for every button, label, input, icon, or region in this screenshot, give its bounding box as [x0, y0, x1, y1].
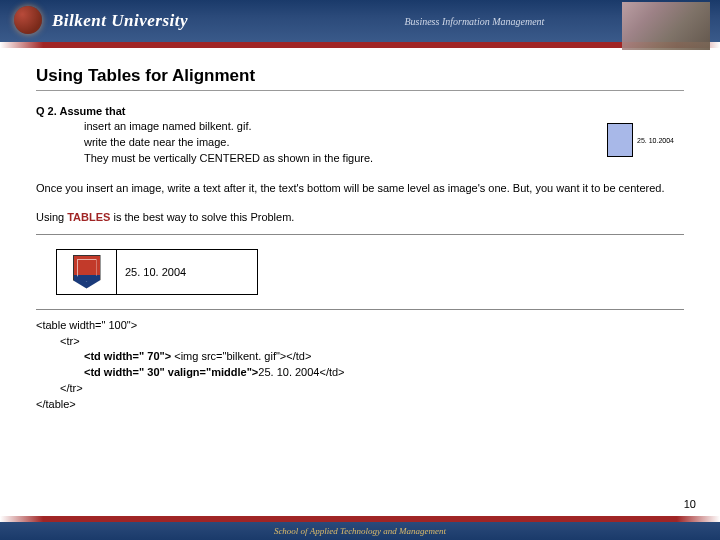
- code-block: <table width=" 100"> <tr> <td width=" 70…: [36, 318, 684, 414]
- code-line: <td width=" 70"> <img src="bilkent. gif"…: [36, 349, 684, 365]
- slide-footer: School of Applied Technology and Managem…: [0, 516, 720, 540]
- advice-pre: Using: [36, 211, 67, 223]
- example-table: 25. 10. 2004: [56, 249, 258, 295]
- instruction-line: insert an image named bilkent. gif.: [84, 119, 607, 135]
- page-number: 10: [684, 498, 696, 510]
- code-bold: <td width=" 30" valign="middle">: [84, 366, 258, 378]
- example-image-cell: [57, 250, 117, 294]
- code-rest: <img src="bilkent. gif"></td>: [171, 350, 311, 362]
- question-label: Q 2. Assume that: [36, 105, 684, 117]
- question-body-row: insert an image named bilkent. gif. writ…: [36, 119, 684, 167]
- advice-post: is the best way to solve this Problem.: [110, 211, 294, 223]
- department-name: Business Information Management: [404, 16, 544, 27]
- advice-line: Using TABLES is the best way to solve th…: [36, 210, 684, 225]
- instruction-list: insert an image named bilkent. gif. writ…: [36, 119, 607, 167]
- divider-line: [36, 309, 684, 310]
- university-name: Bilkent University: [52, 11, 188, 31]
- slide-title: Using Tables for Alignment: [36, 66, 684, 86]
- code-line: <tr>: [36, 334, 684, 350]
- instruction-line: write the date near the image.: [84, 135, 607, 151]
- code-line: <td width=" 30" valign="middle">25. 10. …: [36, 365, 684, 381]
- mini-date-text: 25. 10.2004: [637, 137, 674, 144]
- header-right: Business Information Management: [374, 0, 720, 42]
- code-rest: 25. 10. 2004</td>: [258, 366, 344, 378]
- advice-keyword: TABLES: [67, 211, 110, 223]
- instruction-line: They must be vertically CENTERED as show…: [84, 151, 607, 167]
- slide-header: Bilkent University Business Information …: [0, 0, 720, 42]
- header-left: Bilkent University: [0, 0, 374, 42]
- slide-content: Using Tables for Alignment Q 2. Assume t…: [0, 48, 720, 413]
- divider-line: [36, 234, 684, 235]
- mini-illustration: 25. 10.2004: [607, 123, 674, 157]
- code-line: <table width=" 100">: [36, 318, 684, 334]
- explanation-paragraph: Once you insert an image, write a text a…: [36, 181, 684, 196]
- example-date-cell: 25. 10. 2004: [117, 266, 257, 278]
- title-underline: [36, 90, 684, 91]
- header-photo: [622, 2, 710, 50]
- code-line: </tr>: [36, 381, 684, 397]
- code-bold: <td width=" 70">: [84, 350, 171, 362]
- code-line: </table>: [36, 397, 684, 413]
- mini-image-placeholder: [607, 123, 633, 157]
- bilkent-crest-icon: [73, 255, 101, 289]
- footer-school: School of Applied Technology and Managem…: [0, 522, 720, 540]
